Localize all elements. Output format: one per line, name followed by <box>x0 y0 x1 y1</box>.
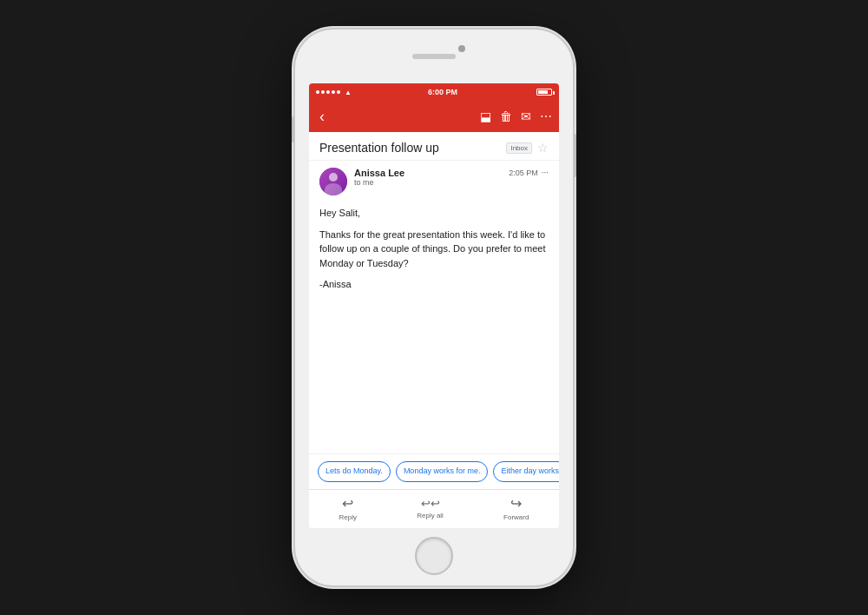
reply-label: Reply <box>339 513 357 521</box>
forward-icon: ↪ <box>510 495 522 512</box>
smart-replies: Lets do Monday. Monday works for me. Eit… <box>309 453 559 489</box>
reply-icon: ↩ <box>342 495 353 512</box>
status-bar: ▲ 6:00 PM <box>309 83 559 101</box>
reply-button[interactable]: ↩ Reply <box>339 495 357 521</box>
email-time: 2:05 PM <box>509 169 538 177</box>
archive-button[interactable]: ⬓ <box>480 109 491 123</box>
email-content: Presentation follow up Inbox ☆ Anissa Le… <box>309 132 559 453</box>
email-body: Hey Salit, Thanks for the great presenta… <box>309 202 559 309</box>
back-button[interactable]: ‹ <box>316 106 477 128</box>
signal-dot-5 <box>337 90 340 94</box>
sender-row: Anissa Lee to me 2:05 PM ··· <box>309 161 559 202</box>
smart-reply-monday-works[interactable]: Monday works for me. <box>396 461 489 482</box>
sender-name: Anissa Lee <box>354 168 502 178</box>
signal-dot-1 <box>316 90 319 94</box>
smart-reply-either-day[interactable]: Either day works for me. <box>493 461 559 482</box>
forward-button[interactable]: ↪ Forward <box>503 495 529 521</box>
toolbar-actions: ⬓ 🗑 ✉ ⋯ <box>480 109 552 123</box>
email-greeting: Hey Salit, <box>319 206 549 221</box>
reply-all-icon: ↩↩ <box>421 497 440 510</box>
avatar-image <box>319 168 347 195</box>
speaker <box>412 54 456 59</box>
forward-label: Forward <box>503 513 529 521</box>
email-more-button[interactable]: ··· <box>542 168 549 177</box>
sender-info: Anissa Lee to me <box>354 168 502 187</box>
delete-button[interactable]: 🗑 <box>500 109 512 123</box>
signal-area: ▲ <box>316 89 352 96</box>
reply-all-label: Reply all <box>417 512 444 519</box>
email-paragraph: Thanks for the great presentation this w… <box>319 228 549 271</box>
battery-icon <box>536 89 552 96</box>
smart-reply-monday[interactable]: Lets do Monday. <box>318 461 391 482</box>
reply-all-button[interactable]: ↩↩ Reply all <box>417 497 444 519</box>
battery-fill <box>538 90 548 94</box>
label-button[interactable]: ✉ <box>521 109 531 123</box>
status-time: 6:00 PM <box>428 88 457 96</box>
email-toolbar: ‹ ⬓ 🗑 ✉ ⋯ <box>309 101 559 132</box>
email-meta: 2:05 PM ··· <box>509 168 549 177</box>
more-button[interactable]: ⋯ <box>540 109 552 123</box>
sender-to: to me <box>354 178 502 187</box>
email-signature: -Anissa <box>319 277 549 292</box>
signal-dot-3 <box>326 90 330 94</box>
signal-dot-2 <box>321 90 325 94</box>
home-button[interactable] <box>415 537 453 575</box>
phone-screen: ▲ 6:00 PM ‹ ⬓ 🗑 ✉ ⋯ Presentation fol <box>309 83 559 528</box>
camera <box>458 45 465 52</box>
wifi-icon: ▲ <box>345 89 352 96</box>
star-button[interactable]: ☆ <box>537 141 549 155</box>
sender-avatar <box>319 168 347 195</box>
phone-frame: ▲ 6:00 PM ‹ ⬓ 🗑 ✉ ⋯ Presentation fol <box>295 30 573 585</box>
inbox-badge: Inbox <box>506 142 532 154</box>
signal-dot-4 <box>332 90 335 94</box>
battery-area <box>534 89 552 96</box>
action-bar: ↩ Reply ↩↩ Reply all ↪ Forward <box>309 489 559 528</box>
subject-row: Presentation follow up Inbox ☆ <box>309 132 559 161</box>
email-subject: Presentation follow up <box>319 141 501 155</box>
